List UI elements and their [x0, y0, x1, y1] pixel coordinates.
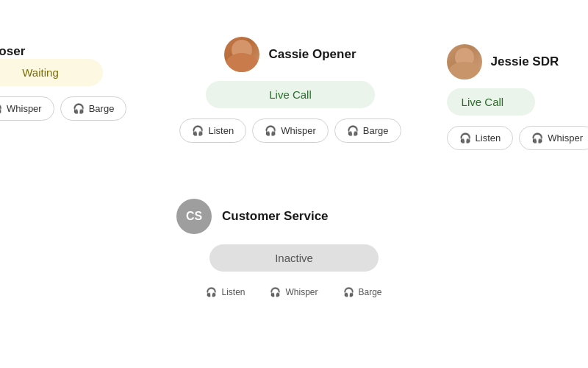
cs-header: CS Customer Service [169, 199, 329, 234]
cs-name: Customer Service [222, 209, 329, 224]
cassie-barge-button[interactable]: 🎧 Barge [334, 118, 401, 143]
headphone-icon-jessie-whisper: 🎧 [531, 132, 543, 144]
left-agent-card: r Closer Waiting 🎧 Whisper 🎧 Barge [0, 37, 134, 128]
headphone-icon-left-barge: 🎧 [73, 103, 85, 114]
cassie-whisper-button[interactable]: 🎧 Whisper [252, 118, 329, 143]
jessie-status-badge: Live Call [447, 88, 535, 116]
headphone-icon-left-whisper: 🎧 [0, 103, 2, 114]
headphone-icon-cassie-barge: 🎧 [347, 125, 359, 136]
page-wrapper: r Closer Waiting 🎧 Whisper 🎧 Barge Cassi… [0, 0, 588, 368]
customer-service-card: CS Customer Service Inactive 🎧 Listen 🎧 … [169, 199, 419, 302]
headphone-icon-cs-barge: 🎧 [343, 287, 354, 297]
cassie-status-badge: Live Call [206, 81, 375, 108]
headphone-icon-cs-listen: 🎧 [206, 287, 217, 297]
cs-whisper-button[interactable]: 🎧 Whisper [260, 282, 327, 302]
jessie-name: Jessie SDR [491, 54, 559, 69]
headphone-icon-cassie-whisper: 🎧 [265, 125, 276, 136]
left-agent-name: r Closer [0, 44, 25, 59]
left-barge-button[interactable]: 🎧 Barge [60, 96, 127, 121]
jessie-listen-button[interactable]: 🎧 Listen [447, 126, 514, 150]
cassie-action-buttons: 🎧 Listen 🎧 Whisper 🎧 Barge [179, 118, 401, 143]
cs-status-badge: Inactive [209, 244, 379, 272]
cassie-name: Cassie Opener [268, 47, 356, 62]
jessie-whisper-button[interactable]: 🎧 Whisper [519, 126, 588, 150]
jessie-card: Jessie SDR Live Call 🎧 Listen 🎧 Whisper [440, 37, 588, 158]
left-status-badge: Waiting [0, 59, 103, 86]
jessie-avatar [447, 44, 482, 79]
jessie-action-buttons: 🎧 Listen 🎧 Whisper [447, 126, 588, 150]
headphone-icon-cs-whisper: 🎧 [270, 287, 281, 297]
cassie-avatar [224, 37, 259, 72]
headphone-icon-jessie-listen: 🎧 [459, 132, 471, 144]
cs-action-buttons: 🎧 Listen 🎧 Whisper 🎧 Barge [196, 282, 391, 302]
cassie-header: Cassie Opener [224, 37, 356, 72]
cassie-card: Cassie Opener Live Call 🎧 Listen 🎧 Whisp… [176, 37, 404, 143]
left-action-buttons: 🎧 Whisper 🎧 Barge [0, 96, 126, 121]
left-whisper-button[interactable]: 🎧 Whisper [0, 96, 54, 121]
cs-barge-button[interactable]: 🎧 Barge [334, 282, 392, 302]
cs-avatar: CS [176, 199, 212, 234]
cs-listen-button[interactable]: 🎧 Listen [196, 282, 254, 302]
cassie-listen-button[interactable]: 🎧 Listen [179, 118, 246, 143]
headphone-icon-cassie-listen: 🎧 [192, 125, 204, 136]
jessie-header: Jessie SDR [447, 44, 559, 79]
